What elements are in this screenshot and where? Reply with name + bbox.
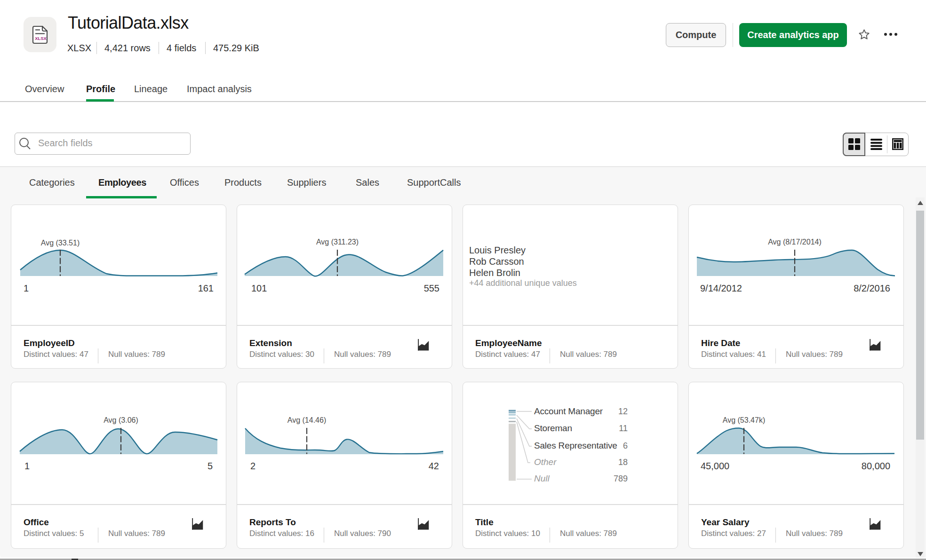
svg-text:XLSX: XLSX xyxy=(35,36,47,41)
